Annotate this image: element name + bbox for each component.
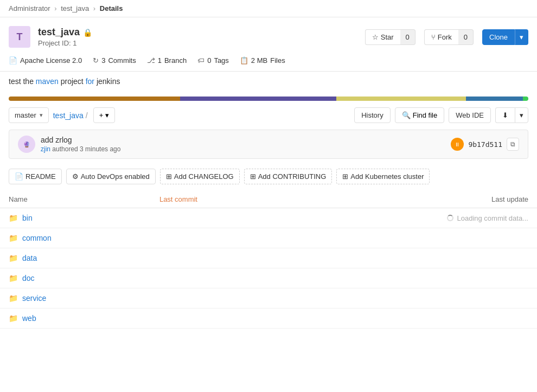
tags-stat[interactable]: 🏷 0 Tags bbox=[197, 56, 229, 65]
download-dropdown-button[interactable]: ▾ bbox=[515, 107, 528, 123]
history-button[interactable]: History bbox=[354, 107, 390, 123]
files-icon: 📋 bbox=[240, 56, 248, 65]
file-actions: 📄 README ⚙ Auto DevOps enabled ⊞ Add CHA… bbox=[0, 163, 537, 189]
lang-java bbox=[9, 97, 180, 101]
download-icon: ⬇ bbox=[502, 111, 508, 119]
branches-stat[interactable]: ⎇ 1 Branch bbox=[147, 56, 187, 65]
breadcrumb-admin[interactable]: Administrator bbox=[9, 4, 50, 12]
project-actions: ☆ Star 0 ⑂ Fork 0 Clone ▾ bbox=[365, 29, 528, 45]
breadcrumb-current: Details bbox=[100, 4, 123, 12]
chevron-down-icon: ▾ bbox=[105, 111, 109, 119]
pause-icon: ⏸ bbox=[455, 142, 460, 147]
table-row: 📁 common bbox=[0, 228, 537, 248]
repo-controls: master ▾ test_java / + ▾ History 🔍 Find … bbox=[0, 101, 537, 130]
tag-icon: 🏷 bbox=[197, 56, 204, 65]
clone-dropdown-button[interactable]: ▾ bbox=[515, 29, 528, 45]
file-table-body: 📁 bin Loading commit data... 📁 common 📁 … bbox=[0, 208, 537, 329]
commit-banner-wrapper: 🔮 add zrlog zjin authored 3 minutes ago … bbox=[0, 130, 537, 163]
project-header-left: T test_java 🔒 Project ID: 1 bbox=[9, 26, 92, 48]
folder-icon: 📁 bbox=[9, 254, 18, 262]
fork-button[interactable]: ⑂ Fork bbox=[424, 29, 458, 45]
lang-kotlin bbox=[180, 97, 336, 101]
lock-icon: 🔒 bbox=[83, 28, 92, 37]
clone-action: Clone ▾ bbox=[482, 29, 528, 45]
commit-left: 🔮 add zrlog zjin authored 3 minutes ago bbox=[18, 136, 120, 153]
table-row: 📁 data bbox=[0, 248, 537, 268]
avatar: T bbox=[9, 26, 30, 48]
star-action: ☆ Star 0 bbox=[365, 29, 415, 45]
breadcrumb: Administrator › test_java › Details bbox=[0, 0, 537, 17]
file-name-link[interactable]: 📁 service bbox=[9, 294, 142, 303]
table-row: 📁 doc bbox=[0, 268, 537, 288]
search-icon: 🔍 bbox=[402, 111, 411, 119]
plus-square-icon2: ⊞ bbox=[250, 172, 256, 181]
project-description: test the maven project for jenkins bbox=[0, 72, 537, 91]
commit-meta: zjin authored 3 minutes ago bbox=[41, 145, 120, 153]
table-row: 📁 bin Loading commit data... bbox=[0, 208, 537, 228]
table-row: 📁 service bbox=[0, 288, 537, 309]
col-name: Name bbox=[0, 191, 151, 208]
auto-devops-button[interactable]: ⚙ Auto DevOps enabled bbox=[66, 169, 156, 184]
for-link[interactable]: for bbox=[86, 77, 94, 86]
gear-icon: ⚙ bbox=[72, 172, 79, 181]
copy-hash-button[interactable]: ⧉ bbox=[507, 138, 519, 151]
loading-commit-data: Loading commit data... bbox=[298, 214, 528, 222]
file-name-link[interactable]: 📁 doc bbox=[9, 274, 142, 282]
repo-controls-left: master ▾ test_java / + ▾ bbox=[9, 107, 115, 123]
pipeline-status-button[interactable]: ⏸ bbox=[451, 138, 464, 151]
language-bar bbox=[9, 97, 528, 101]
folder-icon: 📁 bbox=[9, 314, 18, 323]
commit-hash: 9b17d511 bbox=[468, 140, 502, 149]
download-button[interactable]: ⬇ bbox=[495, 107, 515, 123]
star-icon: ☆ bbox=[372, 33, 379, 41]
file-name-link[interactable]: 📁 common bbox=[9, 234, 142, 242]
plus-square-icon3: ⊞ bbox=[342, 172, 348, 181]
find-file-button[interactable]: 🔍 Find file bbox=[395, 107, 445, 123]
lang-other bbox=[336, 97, 466, 101]
add-contributing-button[interactable]: ⊞ Add CONTRIBUTING bbox=[244, 169, 333, 184]
folder-icon: 📁 bbox=[9, 294, 18, 303]
folder-icon: 📁 bbox=[9, 234, 18, 242]
maven-link[interactable]: maven bbox=[36, 77, 59, 86]
project-header: T test_java 🔒 Project ID: 1 ☆ Star 0 bbox=[0, 17, 537, 52]
col-commit: Last commit bbox=[151, 191, 290, 208]
breadcrumb-repo[interactable]: test_java bbox=[61, 4, 89, 12]
file-name-link[interactable]: 📁 data bbox=[9, 254, 142, 262]
commit-avatar: 🔮 bbox=[18, 136, 35, 153]
path-breadcrumb: test_java / bbox=[53, 111, 89, 120]
col-update: Last update bbox=[290, 191, 537, 208]
download-action: ⬇ ▾ bbox=[495, 107, 528, 123]
table-row: 📁 web bbox=[0, 309, 537, 329]
branch-selector[interactable]: master ▾ bbox=[9, 107, 49, 123]
folder-icon: 📁 bbox=[9, 214, 18, 222]
files-stat[interactable]: 📋 2 MB Files bbox=[240, 56, 285, 65]
project-name: test_java 🔒 bbox=[38, 27, 92, 38]
path-root-link[interactable]: test_java bbox=[53, 111, 84, 120]
folder-icon: 📁 bbox=[9, 274, 18, 282]
stats-bar: 📄 Apache License 2.0 ↻ 3 Commits ⎇ 1 Bra… bbox=[0, 52, 537, 72]
file-name-link[interactable]: 📁 web bbox=[9, 314, 142, 323]
clone-button[interactable]: Clone bbox=[482, 29, 515, 45]
lang-other2 bbox=[523, 97, 528, 101]
star-count: 0 bbox=[400, 29, 415, 45]
readme-button[interactable]: 📄 README bbox=[9, 169, 62, 184]
fork-action: ⑂ Fork 0 bbox=[424, 29, 474, 45]
license-stat[interactable]: 📄 Apache License 2.0 bbox=[9, 56, 82, 65]
file-name-link[interactable]: 📁 bin bbox=[9, 214, 142, 222]
repo-controls-right: History 🔍 Find file Web IDE ⬇ ▾ bbox=[354, 107, 528, 123]
readme-icon: 📄 bbox=[15, 172, 23, 181]
new-file-button[interactable]: + ▾ bbox=[93, 107, 116, 123]
project-info: test_java 🔒 Project ID: 1 bbox=[38, 27, 92, 47]
commit-author-link[interactable]: zjin bbox=[41, 145, 50, 153]
commits-stat[interactable]: ↻ 3 Commits bbox=[93, 56, 136, 65]
branch-chevron-icon: ▾ bbox=[40, 112, 43, 119]
path-separator: / bbox=[86, 111, 88, 120]
plus-square-icon: ⊞ bbox=[166, 172, 172, 181]
plus-icon: + bbox=[99, 111, 104, 119]
web-ide-button[interactable]: Web IDE bbox=[449, 107, 491, 123]
add-changelog-button[interactable]: ⊞ Add CHANGELOG bbox=[160, 169, 240, 184]
star-button[interactable]: ☆ Star bbox=[365, 29, 400, 45]
commits-icon: ↻ bbox=[93, 56, 99, 65]
add-kubernetes-button[interactable]: ⊞ Add Kubernetes cluster bbox=[336, 169, 430, 184]
lang-go bbox=[466, 97, 523, 101]
